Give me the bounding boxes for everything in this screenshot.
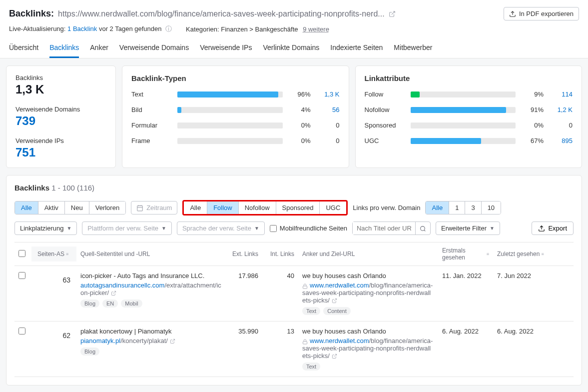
lock-icon	[302, 282, 308, 288]
tab-ref-domains[interactable]: Verweisende Domains	[119, 40, 189, 58]
th-int-links[interactable]: Int. Links	[262, 250, 298, 258]
export-button[interactable]: Export	[532, 222, 574, 235]
bar-row: Follow9%114	[365, 90, 573, 98]
stat-refips-label: Verweisende IPs	[15, 137, 106, 144]
bar-count[interactable]: 1,2 K	[551, 106, 573, 114]
seg-status-lost[interactable]: Verloren	[89, 202, 125, 214]
seg-follow-all[interactable]: Alle	[184, 202, 207, 214]
external-link-icon[interactable]	[332, 296, 337, 304]
bar-row: Bild4%56	[131, 106, 340, 114]
seg-follow-ugc[interactable]: UGC	[320, 202, 346, 214]
bar-row: Sponsored0%0	[365, 122, 573, 129]
select-all-checkbox[interactable]	[18, 250, 25, 257]
tag: EN	[102, 300, 118, 308]
info-icon[interactable]: ⓘ	[165, 25, 172, 32]
bar-count[interactable]: 0	[318, 137, 340, 144]
types-title: Backlink-Typen	[131, 74, 340, 82]
th-last-seen[interactable]: Zuletzt gesehen ≡	[493, 250, 548, 258]
mobile-friendly-input[interactable]	[270, 225, 277, 232]
external-link-icon[interactable]	[389, 10, 396, 18]
anchor-text: we buy houses cash Orlando	[302, 272, 434, 280]
tab-ref-ips[interactable]: Verweisende IPs	[200, 40, 252, 58]
backlinks-found-link[interactable]: 1 Backlink	[67, 25, 97, 32]
bar-count[interactable]: 895	[551, 137, 573, 144]
bar-count[interactable]: 1,3 K	[318, 90, 340, 98]
dd-advanced-filters[interactable]: Erweiterte Filter▼	[436, 222, 500, 235]
row-checkbox[interactable]	[18, 272, 25, 279]
bar-pct: 0%	[290, 137, 311, 144]
tag: Blog	[80, 348, 99, 356]
source-title: icon-picker - Auto Tags and Insurance LL…	[80, 272, 222, 280]
bar-count[interactable]: 56	[318, 106, 340, 114]
source-url[interactable]: pianomatyk.pl/koncerty/plakat/	[80, 337, 222, 344]
target-url[interactable]: www.nerdwallet.com/blog/finance/america-…	[302, 282, 434, 304]
stat-backlinks-label: Backlinks	[15, 74, 106, 82]
th-source-title[interactable]: Quell-Seitentitel und -URL	[76, 250, 226, 258]
anchor-text: we buy houses cash Orlando	[302, 328, 434, 335]
tab-indexed-pages[interactable]: Indexierte Seiten	[330, 40, 383, 58]
dd-platform[interactable]: Plattform der verw. Seite▼	[82, 222, 172, 235]
bar-row: UGC67%895	[365, 137, 573, 144]
external-link-icon[interactable]	[170, 337, 175, 344]
sort-icon: ≡	[66, 252, 68, 256]
search-input[interactable]	[353, 222, 415, 234]
row-checkbox[interactable]	[18, 328, 25, 334]
tag: Mobil	[121, 300, 142, 308]
external-link-icon[interactable]	[111, 289, 116, 296]
lock-icon	[302, 338, 308, 344]
bar-count[interactable]: 0	[318, 122, 340, 129]
target-url[interactable]: www.nerdwallet.com/blog/finance/america-…	[302, 337, 434, 360]
per-domain-label: Links pro verw. Domain	[353, 204, 420, 212]
tab-overview[interactable]: Übersicht	[9, 40, 38, 58]
bar-label: Frame	[131, 137, 170, 144]
bar-count[interactable]: 114	[551, 90, 573, 98]
seg-status-new[interactable]: Neu	[65, 202, 89, 214]
bar-count[interactable]: 0	[551, 122, 573, 129]
cell-first-seen: 11. Jan. 2022	[438, 272, 493, 280]
seg-perdomain-1[interactable]: 1	[449, 202, 465, 214]
follow-segment: Alle Follow Nofollow Sponsored UGC	[182, 200, 348, 216]
cell-ext-links: 17.986	[226, 272, 262, 280]
backlink-types-card: Backlink-Typen Text96%1,3 KBild4%56Formu…	[122, 66, 349, 168]
seg-status-active[interactable]: Aktiv	[38, 202, 65, 214]
external-link-icon[interactable]	[332, 352, 337, 360]
link-attributes-card: Linkattribute Follow9%114Nofollow91%1,2 …	[355, 66, 583, 168]
seg-follow-sponsored[interactable]: Sponsored	[276, 202, 320, 214]
more-categories-link[interactable]: 9 weitere	[303, 26, 329, 33]
dd-placement[interactable]: Linkplatzierung▼	[14, 222, 77, 235]
th-ext-links[interactable]: Ext. Links	[226, 250, 262, 258]
date-range-label: Zeitraum	[146, 204, 172, 212]
tag: Text	[302, 307, 320, 315]
bar-pct: 9%	[523, 90, 544, 98]
stat-refdomains-value[interactable]: 739	[15, 114, 106, 128]
cell-last-seen: 6. Aug. 2022	[493, 328, 548, 335]
tab-backlinks[interactable]: Backlinks	[49, 40, 79, 58]
th-page-as[interactable]: Seiten-AS ≡	[31, 246, 76, 262]
seg-perdomain-3[interactable]: 3	[465, 202, 481, 214]
dd-language[interactable]: Sprache der verw. Seite▼	[177, 222, 265, 235]
tab-linked-domains[interactable]: Verlinkte Domains	[263, 40, 319, 58]
export-pdf-button[interactable]: In PDF exportieren	[504, 7, 579, 20]
source-url[interactable]: autotagsandinsurancellc.com/extra/attach…	[80, 282, 222, 296]
chevron-down-icon: ▼	[161, 226, 166, 231]
th-anchor[interactable]: Anker und Ziel-URL	[298, 250, 438, 258]
seg-follow-nofollow[interactable]: Nofollow	[239, 202, 276, 214]
stat-refips-value[interactable]: 751	[15, 146, 106, 160]
seg-perdomain-10[interactable]: 10	[482, 202, 501, 214]
th-first-seen[interactable]: Erstmals gesehen ≡	[438, 247, 493, 261]
source-title: plakat koncertowy | Pianomatyk	[80, 328, 222, 335]
bar-row: Formular0%0	[131, 122, 340, 129]
seg-follow-follow[interactable]: Follow	[207, 202, 239, 214]
search-icon[interactable]	[415, 222, 430, 234]
seg-status-all[interactable]: Alle	[15, 202, 38, 214]
bar-row: Nofollow91%1,2 K	[365, 106, 573, 114]
date-range-button[interactable]: Zeitraum	[131, 201, 177, 214]
mobile-friendly-checkbox[interactable]: Mobilfreundliche Seiten	[270, 224, 347, 232]
bar-track	[177, 138, 283, 144]
tab-competitors[interactable]: Mitbewerber	[394, 40, 432, 58]
tab-anchors[interactable]: Anker	[90, 40, 108, 58]
seg-perdomain-all[interactable]: Alle	[426, 202, 449, 214]
bar-pct: 0%	[290, 122, 311, 129]
panel-title-text: Backlinks	[14, 184, 49, 192]
svg-line-9	[113, 292, 116, 294]
